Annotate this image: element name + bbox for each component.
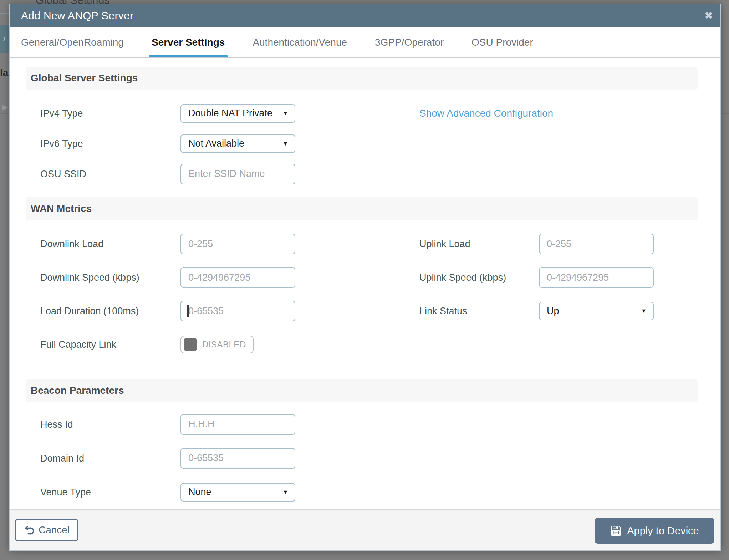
backdrop-selected-band: › <box>0 25 9 53</box>
cancel-button[interactable]: Cancel <box>15 519 78 541</box>
save-icon <box>610 525 622 537</box>
tab-general-openroaming[interactable]: General/OpenRoaming <box>21 27 124 57</box>
venue-type-label: Venue Type <box>40 487 91 498</box>
dialog-title: Add New ANQP Server <box>21 10 133 22</box>
osu-ssid-input[interactable] <box>180 164 295 184</box>
uplink-load-input[interactable] <box>539 234 654 254</box>
chevron-down-icon: ▼ <box>282 110 288 117</box>
full-capacity-link-toggle[interactable]: DISABLED <box>180 336 254 353</box>
downlink-speed-input[interactable] <box>180 267 295 288</box>
hess-id-input[interactable] <box>180 414 295 435</box>
osu-ssid-row: OSU SSID <box>26 159 698 189</box>
section-beacon-parameters: Beacon Parameters <box>26 379 698 402</box>
hess-id-row: Hess Id <box>26 407 698 441</box>
full-capacity-link-row: Full Capacity Link DISABLED <box>26 328 698 361</box>
link-status-dropdown[interactable]: Up ▼ <box>539 302 654 320</box>
close-icon[interactable]: ✖ <box>704 11 713 21</box>
downlink-load-label: Downlink Load <box>40 239 103 250</box>
dialog-tabs: General/OpenRoaming Server Settings Auth… <box>10 27 720 58</box>
section-wan-metrics: WAN Metrics <box>26 197 698 220</box>
chevron-down-icon: ▼ <box>282 489 288 495</box>
dialog-content: Global Server Settings IPv4 Type Double … <box>10 58 720 509</box>
uplink-speed-label: Uplink Speed (kbps) <box>419 272 506 283</box>
uplink-speed-input[interactable] <box>539 267 654 288</box>
dialog-footer: Cancel Apply to Device <box>10 509 720 550</box>
chevron-down-icon: ▼ <box>641 308 647 314</box>
downlink-load-input[interactable] <box>180 234 295 254</box>
uplink-load-label: Uplink Load <box>419 239 470 250</box>
toggle-state-label: DISABLED <box>202 340 246 350</box>
domain-id-input[interactable] <box>180 448 295 469</box>
ipv6-type-dropdown[interactable]: Not Available ▼ <box>180 134 295 153</box>
load-duration-link-status-row: Load Duration (100ms) Link Status Up ▼ <box>26 294 698 328</box>
venue-type-dropdown[interactable]: None ▼ <box>180 483 295 502</box>
venue-type-row: Venue Type None ▼ <box>26 475 698 509</box>
tab-osu-provider[interactable]: OSU Provider <box>471 27 533 57</box>
add-anqp-server-dialog: Add New ANQP Server ✖ General/OpenRoamin… <box>9 4 721 551</box>
apply-to-device-button[interactable]: Apply to Device <box>595 518 714 544</box>
downlink-uplink-speed-row: Downlink Speed (kbps) Uplink Speed (kbps… <box>26 261 698 294</box>
link-status-label: Link Status <box>419 306 467 317</box>
osu-ssid-label: OSU SSID <box>40 168 86 179</box>
tab-authentication-venue[interactable]: Authentication/Venue <box>253 27 347 57</box>
text-cursor <box>187 305 189 317</box>
domain-id-row: Domain Id <box>26 441 698 475</box>
hess-id-label: Hess Id <box>40 419 73 430</box>
cancel-button-label: Cancel <box>39 524 70 536</box>
full-capacity-link-label: Full Capacity Link <box>40 339 116 350</box>
dialog-header: Add New ANQP Server ✖ <box>10 4 720 27</box>
load-duration-input[interactable] <box>180 301 295 321</box>
domain-id-label: Domain Id <box>40 453 84 464</box>
undo-icon <box>24 525 35 535</box>
ipv4-type-dropdown[interactable]: Double NAT Private ▼ <box>180 104 295 123</box>
tab-3gpp-operator[interactable]: 3GPP/Operator <box>375 27 444 57</box>
ipv4-type-row: IPv4 Type Double NAT Private ▼ Show Adva… <box>26 98 698 128</box>
downlink-uplink-load-row: Downlink Load Uplink Load <box>26 227 698 261</box>
chevron-right-icon: › <box>3 34 6 43</box>
section-global-server-settings: Global Server Settings <box>26 67 698 90</box>
expand-arrow-icon: ▶ <box>2 103 8 111</box>
apply-button-label: Apply to Device <box>627 525 699 537</box>
show-advanced-configuration-link[interactable]: Show Advanced Configuration <box>419 108 553 119</box>
ipv6-type-label: IPv6 Type <box>40 138 83 149</box>
ipv6-type-row: IPv6 Type Not Available ▼ <box>26 128 698 159</box>
downlink-speed-label: Downlink Speed (kbps) <box>40 272 139 283</box>
load-duration-label: Load Duration (100ms) <box>40 306 139 317</box>
tab-server-settings[interactable]: Server Settings <box>152 27 225 57</box>
ipv4-type-label: IPv4 Type <box>40 108 83 119</box>
chevron-down-icon: ▼ <box>282 141 288 147</box>
toggle-knob <box>184 338 197 351</box>
